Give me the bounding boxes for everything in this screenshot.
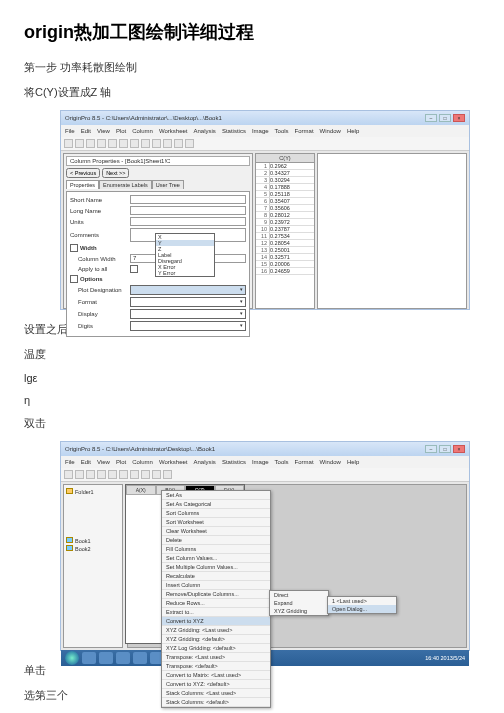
toolbar-button[interactable] [163,470,172,479]
cell[interactable]: 0.17888 [270,184,290,190]
cell[interactable]: 0.35606 [270,205,290,211]
toolbar-button[interactable] [75,470,84,479]
task-button[interactable] [99,652,113,664]
cell[interactable]: 0.28054 [270,240,290,246]
start-button[interactable] [65,651,79,665]
toolbar-button[interactable] [97,139,106,148]
proj-book2[interactable]: Book2 [66,545,120,552]
cell[interactable]: 0.35407 [270,198,290,204]
input-units[interactable] [130,217,246,226]
toolbar-button[interactable] [108,470,117,479]
cell[interactable]: 0.24659 [270,268,290,274]
mi-setcat[interactable]: Set As Categorical [162,500,270,509]
select-plotdes[interactable] [130,285,246,295]
toolbar-button[interactable] [185,139,194,148]
minimize-button[interactable]: – [425,114,437,122]
maximize-button[interactable]: □ [439,114,451,122]
mi-convmat[interactable]: Convert to Matrix: <Last used> [162,671,270,680]
mi-stack2[interactable]: Stack Columns: <default> [162,698,270,707]
menu-worksheet[interactable]: Worksheet [159,128,188,134]
sub-direct[interactable]: Direct [270,591,328,599]
task-button[interactable] [116,652,130,664]
menu-worksheet[interactable]: Worksheet [159,459,188,465]
menu-window[interactable]: Window [320,459,341,465]
menu-image[interactable]: Image [252,459,269,465]
menu-analysis[interactable]: Analysis [194,128,216,134]
cell[interactable]: 0.20006 [270,261,290,267]
toolbar-button[interactable] [108,139,117,148]
select-digits[interactable] [130,321,246,331]
toolbar-button[interactable] [152,470,161,479]
mi-setcolval[interactable]: Set Column Values... [162,554,270,563]
cell[interactable]: 0.28012 [270,212,290,218]
menu-file[interactable]: File [65,128,75,134]
menu-view[interactable]: View [97,459,110,465]
cell[interactable]: 0.34327 [270,170,290,176]
toolbar-button[interactable] [64,139,73,148]
menu-tools[interactable]: Tools [275,459,289,465]
dropdown-yerror[interactable]: Y Error [156,270,214,276]
sub2-opendialog[interactable]: Open Dialog... [328,605,396,613]
cell[interactable]: 0.27534 [270,233,290,239]
toolbar-button[interactable] [174,139,183,148]
mi-trans2[interactable]: Transpose: <default> [162,662,270,671]
mi-clearws[interactable]: Clear Worksheet [162,527,270,536]
toolbar-button[interactable] [86,470,95,479]
mi-grid2[interactable]: XYZ Gridding: <default> [162,635,270,644]
mi-convxyz2[interactable]: Convert to XYZ: <default> [162,680,270,689]
mi-extract[interactable]: Extract to... [162,608,270,617]
toolbar-button[interactable] [141,139,150,148]
tab-enumerate[interactable]: Enumerate Labels [99,180,152,189]
col-a[interactable]: A(X) [126,485,156,495]
menu-edit[interactable]: Edit [81,459,91,465]
cell[interactable]: 0.23972 [270,219,290,225]
toolbar-button[interactable] [86,139,95,148]
sub-xyzgrid[interactable]: XYZ Gridding [270,607,328,615]
task-button[interactable] [133,652,147,664]
mi-setas[interactable]: Set As [162,491,270,500]
proj-book1[interactable]: Book1 [66,537,120,544]
mi-trans1[interactable]: Transpose: <Last used> [162,653,270,662]
menu-statistics[interactable]: Statistics [222,459,246,465]
maximize-button[interactable]: □ [439,445,451,453]
checkbox-width[interactable] [70,244,78,252]
mi-delete[interactable]: Delete [162,536,270,545]
mi-fillcol[interactable]: Fill Columns [162,545,270,554]
sub-expand[interactable]: Expand [270,599,328,607]
mi-convertxyz[interactable]: Convert to XYZ [162,617,270,626]
toolbar-button[interactable] [141,470,150,479]
sub2-lastused[interactable]: 1 <Last used> [328,597,396,605]
mi-setmulti[interactable]: Set Multiple Column Values... [162,563,270,572]
select-display[interactable] [130,309,246,319]
input-longname[interactable] [130,206,246,215]
mi-insertcol[interactable]: Insert Column [162,581,270,590]
toolbar-button[interactable] [97,470,106,479]
checkbox-options[interactable] [70,275,78,283]
mi-sortcol[interactable]: Sort Columns [162,509,270,518]
menu-file[interactable]: File [65,459,75,465]
cell[interactable]: 0.32571 [270,254,290,260]
toolbar-button[interactable] [119,139,128,148]
mi-loggrid[interactable]: XYZ Log Gridding: <default> [162,644,270,653]
mi-sortws[interactable]: Sort Worksheet [162,518,270,527]
menu-edit[interactable]: Edit [81,128,91,134]
menu-help[interactable]: Help [347,128,359,134]
cell[interactable]: 0.2962 [270,163,287,169]
previous-button[interactable]: < Previous [66,168,100,178]
menu-column[interactable]: Column [132,128,153,134]
toolbar-button[interactable] [75,139,84,148]
toolbar-button[interactable] [64,470,73,479]
checkbox-applyall[interactable] [130,265,138,273]
menu-column[interactable]: Column [132,459,153,465]
toolbar-button[interactable] [119,470,128,479]
toolbar-button[interactable] [130,139,139,148]
mi-recalc[interactable]: Recalculate [162,572,270,581]
mi-removedup[interactable]: Remove/Duplicate Columns... [162,590,270,599]
toolbar-button[interactable] [163,139,172,148]
menu-analysis[interactable]: Analysis [194,459,216,465]
select-format[interactable] [130,297,246,307]
menu-tools[interactable]: Tools [275,128,289,134]
cell[interactable]: 0.30294 [270,177,290,183]
menu-image[interactable]: Image [252,128,269,134]
toolbar-button[interactable] [152,139,161,148]
